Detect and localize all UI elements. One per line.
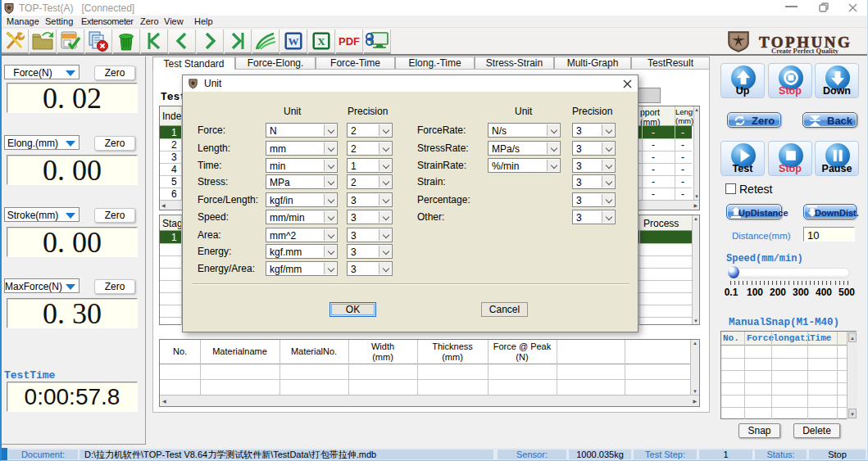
svg-text:X: X xyxy=(317,35,325,47)
svg-text:PDF: PDF xyxy=(339,35,360,47)
svg-text:W: W xyxy=(289,35,299,47)
